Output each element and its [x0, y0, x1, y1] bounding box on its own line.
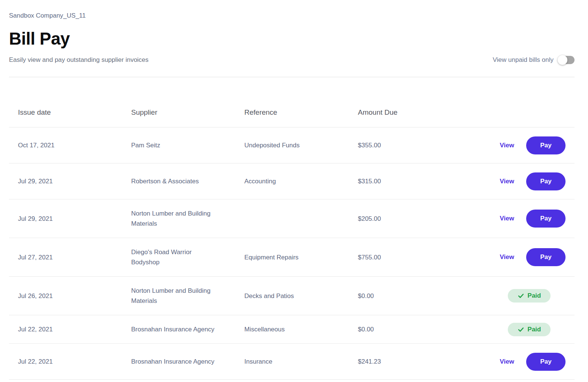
table-row: Jul 22, 2021 Brosnahan Insurance Agency … [9, 344, 575, 380]
pay-button[interactable]: Pay [526, 210, 566, 228]
page-title: Bill Pay [9, 28, 575, 49]
amount-due-cell: $355.00 [358, 131, 500, 159]
supplier-cell: Diego's Road Warrior Bodyshop [131, 238, 221, 276]
table-row: Oct 17, 2021 Pam Seitz Undeposited Funds… [9, 127, 575, 163]
actions-cell: View Pay [500, 353, 566, 371]
reference-cell: Undeposited Funds [244, 131, 358, 159]
table-row: Jul 27, 2021 Diego's Road Warrior Bodysh… [9, 238, 575, 277]
supplier-cell: Brosnahan Insurance Agency [131, 348, 221, 376]
bill-pay-page: Sandbox Company_US_11 Bill Pay Easily vi… [0, 0, 588, 380]
table-header-row: Issue date Supplier Reference Amount Due [9, 77, 575, 127]
table-row: Jul 29, 2021 Norton Lumber and Building … [9, 199, 575, 238]
paid-badge: Paid [508, 289, 551, 303]
subtitle-row: Easily view and pay outstanding supplier… [9, 55, 575, 64]
amount-due-cell: $0.00 [358, 315, 508, 343]
supplier-cell: Norton Lumber and Building Materials [131, 199, 221, 238]
supplier-cell: Robertson & Associates [131, 167, 221, 195]
issue-date-cell: Jul 27, 2021 [18, 243, 131, 271]
paid-badge: Paid [508, 323, 551, 336]
company-name: Sandbox Company_US_11 [9, 11, 575, 20]
reference-cell: Miscellaneous [244, 315, 358, 343]
amount-due-cell: $0.00 [358, 282, 508, 310]
amount-due-cell: $205.00 [358, 205, 500, 233]
toggle-thumb-icon [558, 55, 567, 65]
actions-unpaid: View Pay [500, 353, 566, 371]
reference-cell: Accounting [244, 167, 358, 195]
page-subtitle: Easily view and pay outstanding supplier… [9, 55, 148, 64]
column-header-amount-due: Amount Due [358, 108, 566, 117]
actions-cell: View Pay [500, 210, 566, 228]
actions-unpaid: View Pay [500, 248, 566, 266]
amount-due-cell: $315.00 [358, 167, 500, 195]
issue-date-cell: Oct 17, 2021 [18, 131, 131, 159]
column-header-reference: Reference [244, 108, 358, 117]
bill-table: Issue date Supplier Reference Amount Due… [0, 77, 588, 380]
amount-due-cell: $755.00 [358, 243, 500, 271]
table-row: Jul 26, 2021 Norton Lumber and Building … [9, 277, 575, 315]
pay-button[interactable]: Pay [526, 136, 566, 154]
unpaid-filter: View unpaid bills only [493, 56, 575, 64]
view-link[interactable]: View [500, 215, 514, 222]
check-icon [518, 292, 524, 299]
reference-cell: Insurance [244, 348, 358, 376]
paid-label: Paid [528, 292, 541, 300]
view-link[interactable]: View [500, 253, 514, 261]
supplier-cell: Norton Lumber and Building Materials [131, 277, 221, 315]
issue-date-cell: Jul 29, 2021 [18, 205, 131, 233]
issue-date-cell: Jul 26, 2021 [18, 282, 131, 310]
amount-due-cell: $241.23 [358, 348, 500, 376]
supplier-cell: Brosnahan Insurance Agency [131, 315, 221, 343]
issue-date-cell: Jul 29, 2021 [18, 167, 131, 195]
actions-cell: View Pay [500, 172, 566, 190]
actions-unpaid: View Pay [500, 172, 566, 190]
actions-cell: View Pay [500, 136, 566, 154]
unpaid-only-toggle[interactable] [559, 56, 575, 64]
pay-button[interactable]: Pay [526, 172, 566, 190]
reference-cell: Decks and Patios [244, 282, 358, 310]
page-header: Sandbox Company_US_11 Bill Pay Easily vi… [9, 11, 575, 64]
issue-date-cell: Jul 22, 2021 [18, 348, 131, 376]
toggle-label: View unpaid bills only [493, 56, 554, 64]
reference-cell [244, 210, 358, 228]
paid-label: Paid [528, 326, 541, 333]
actions-cell: View Pay [500, 248, 566, 266]
issue-date-cell: Jul 22, 2021 [18, 315, 131, 343]
view-link[interactable]: View [500, 178, 514, 185]
bill-table-body: Oct 17, 2021 Pam Seitz Undeposited Funds… [0, 127, 588, 380]
supplier-cell: Pam Seitz [131, 131, 221, 159]
column-header-issue-date: Issue date [18, 108, 131, 117]
pay-button[interactable]: Pay [526, 248, 566, 266]
view-link[interactable]: View [500, 142, 514, 149]
actions-cell: Paid [508, 289, 566, 303]
actions-unpaid: View Pay [500, 210, 566, 228]
actions-unpaid: View Pay [500, 136, 566, 154]
view-link[interactable]: View [500, 358, 514, 366]
reference-cell: Equipment Repairs [244, 243, 358, 271]
actions-cell: Paid [508, 323, 566, 336]
pay-button[interactable]: Pay [526, 353, 566, 371]
table-row: Jul 22, 2021 Brosnahan Insurance Agency … [9, 315, 575, 344]
check-icon [518, 326, 524, 333]
column-header-supplier: Supplier [131, 108, 244, 117]
table-row: Jul 29, 2021 Robertson & Associates Acco… [9, 163, 575, 199]
